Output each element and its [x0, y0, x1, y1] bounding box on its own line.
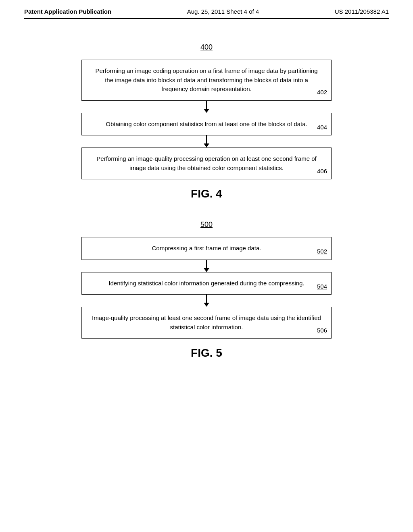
fig5-flowchart: Compressing a first frame of image data.…	[24, 237, 389, 339]
fig4-arrow-1	[204, 101, 209, 113]
fig4-step-402-text: Performing an image coding operation on …	[95, 67, 317, 92]
fig5-step-504: Identifying statistical color informatio…	[81, 272, 332, 295]
fig5-step-502: Compressing a first frame of image data.…	[81, 237, 332, 260]
fig5-arrow-2	[204, 295, 209, 307]
figure-4-section: 400 Performing an image coding operation…	[24, 43, 389, 200]
fig4-step-406-text: Performing an image-quality processing o…	[96, 155, 316, 171]
fig4-flowchart: Performing an image coding operation on …	[24, 60, 389, 179]
fig5-step-504-text: Identifying statistical color informatio…	[108, 280, 304, 287]
page-header: Patent Application Publication Aug. 25, …	[24, 8, 389, 19]
fig4-title: 400	[24, 43, 389, 52]
fig5-title: 500	[24, 220, 389, 229]
fig4-arrow-2	[204, 135, 209, 148]
fig5-step-506-text: Image-quality processing at least one se…	[92, 314, 321, 330]
header-center: Aug. 25, 2011 Sheet 4 of 4	[187, 8, 259, 15]
fig4-step-404-number: 404	[317, 123, 327, 132]
fig5-step-504-number: 504	[317, 282, 327, 291]
header-right: US 2011/205382 A1	[335, 8, 389, 15]
fig4-step-406: Performing an image-quality processing o…	[81, 148, 332, 179]
fig5-step-502-number: 502	[317, 247, 327, 256]
fig5-step-506-number: 506	[317, 326, 327, 335]
fig4-step-404-text: Obtaining color component statistics fro…	[106, 121, 307, 127]
fig5-step-506: Image-quality processing at least one se…	[81, 307, 332, 339]
fig4-step-404: Obtaining color component statistics fro…	[81, 113, 332, 136]
fig4-step-406-number: 406	[317, 167, 327, 176]
patent-page: Patent Application Publication Aug. 25, …	[0, 0, 413, 532]
fig5-step-502-text: Compressing a first frame of image data.	[152, 245, 261, 251]
fig4-step-402: Performing an image coding operation on …	[81, 60, 332, 101]
fig5-label: FIG. 5	[24, 347, 389, 360]
fig4-step-402-number: 402	[317, 88, 327, 97]
fig4-label: FIG. 4	[24, 187, 389, 200]
fig5-arrow-1	[204, 260, 209, 272]
figure-5-section: 500 Compressing a first frame of image d…	[24, 220, 389, 360]
header-left: Patent Application Publication	[24, 8, 111, 15]
